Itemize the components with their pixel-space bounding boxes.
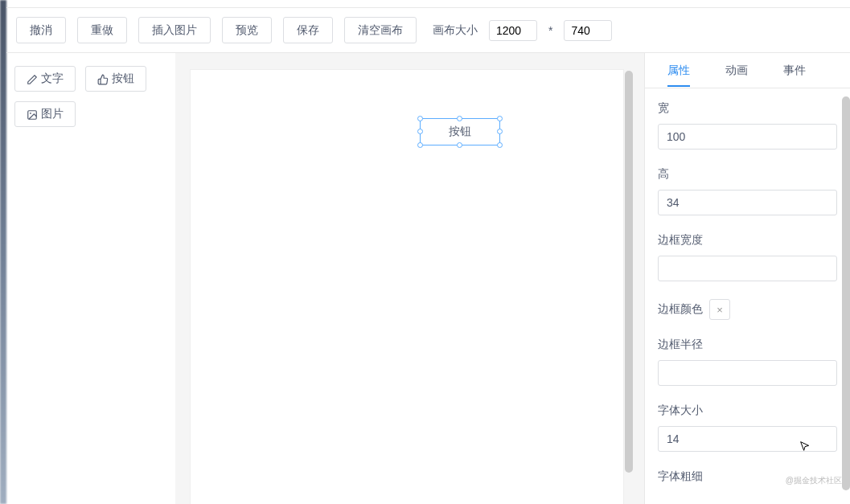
prop-border-width-label: 边框宽度 (658, 233, 837, 248)
prop-height: 高 (658, 167, 837, 215)
prop-height-label: 高 (658, 167, 837, 182)
top-strip (6, 0, 850, 8)
component-text-label: 文字 (41, 72, 64, 86)
canvas-size-label: 画布大小 (433, 23, 478, 38)
close-icon: × (717, 304, 723, 316)
window-edge (0, 0, 6, 504)
component-image-button[interactable]: 图片 (14, 101, 76, 127)
prop-border-color-label: 边框颜色 × (658, 299, 837, 320)
save-button[interactable]: 保存 (283, 17, 333, 43)
selected-button-element[interactable]: 按钮 (420, 118, 500, 145)
canvas-viewport: 按钮 (175, 53, 644, 504)
properties-panel: 属性 动画 事件 宽 高 边框宽度 边框颜 (644, 53, 850, 504)
right-panel-scrollbar[interactable] (842, 96, 850, 490)
prop-font-size-label: 字体大小 (658, 404, 837, 418)
component-image-label: 图片 (41, 107, 64, 121)
asterisk-separator: * (548, 24, 552, 37)
tab-events[interactable]: 事件 (766, 55, 823, 86)
prop-width: 宽 (658, 101, 837, 150)
prop-border-radius-input[interactable] (658, 360, 837, 386)
prop-width-label: 宽 (658, 101, 837, 116)
body-area: 文字 按钮 图片 按钮 (6, 53, 850, 504)
tab-animation[interactable]: 动画 (708, 55, 766, 86)
thumbs-up-icon (97, 72, 109, 85)
pencil-icon (27, 72, 38, 85)
resize-handle-top-left[interactable] (417, 116, 423, 121)
resize-handle-top-right[interactable] (497, 116, 503, 121)
resize-handle-bottom-center[interactable] (457, 142, 462, 148)
watermark: @掘金技术社区 (786, 475, 842, 486)
prop-border-color-text: 边框颜色 (658, 302, 703, 317)
canvas-width-input[interactable] (489, 20, 537, 41)
resize-handle-bottom-left[interactable] (417, 142, 423, 148)
selected-element-label: 按钮 (449, 125, 471, 139)
canvas[interactable]: 按钮 (190, 69, 624, 504)
prop-border-width: 边框宽度 (658, 233, 837, 281)
image-icon (27, 108, 38, 121)
prop-border-width-input[interactable] (658, 256, 837, 281)
component-text-button[interactable]: 文字 (14, 66, 76, 92)
main-container: 撤消 重做 插入图片 预览 保存 清空画布 画布大小 * 文字 按钮 (6, 0, 850, 504)
resize-handle-middle-right[interactable] (497, 129, 503, 134)
prop-width-input[interactable] (658, 124, 837, 150)
resize-handle-top-center[interactable] (457, 116, 462, 121)
prop-border-radius: 边框半径 (658, 338, 837, 386)
preview-button[interactable]: 预览 (222, 17, 272, 43)
redo-button[interactable]: 重做 (77, 17, 127, 43)
resize-handle-bottom-right[interactable] (497, 142, 503, 148)
canvas-scrollbar[interactable] (625, 71, 633, 473)
component-button-label: 按钮 (112, 72, 134, 86)
insert-image-button[interactable]: 插入图片 (138, 17, 211, 43)
undo-button[interactable]: 撤消 (16, 17, 66, 43)
properties-scroll[interactable]: 宽 高 边框宽度 边框颜色 × (645, 88, 850, 504)
color-clear-button[interactable]: × (709, 299, 730, 320)
prop-border-radius-label: 边框半径 (658, 338, 837, 352)
panel-tabs: 属性 动画 事件 (645, 53, 850, 88)
prop-height-input[interactable] (658, 190, 837, 215)
toolbar: 撤消 重做 插入图片 预览 保存 清空画布 画布大小 * (6, 8, 850, 53)
svg-point-1 (30, 113, 31, 114)
resize-handle-middle-left[interactable] (417, 129, 423, 134)
component-button-button[interactable]: 按钮 (85, 66, 146, 92)
prop-font-size: 字体大小 (658, 404, 837, 452)
components-panel: 文字 按钮 图片 (6, 53, 175, 504)
prop-border-color: 边框颜色 × (658, 299, 837, 320)
clear-canvas-button[interactable]: 清空画布 (344, 17, 417, 43)
canvas-height-input[interactable] (564, 20, 612, 41)
tab-properties[interactable]: 属性 (650, 55, 708, 86)
prop-font-size-input[interactable] (658, 426, 837, 452)
